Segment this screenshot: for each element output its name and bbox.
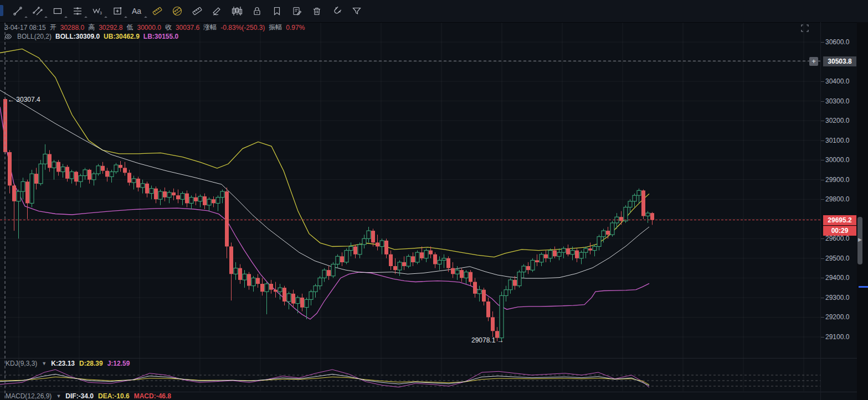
axis-tick-mark — [821, 258, 824, 259]
axis-tick-mark — [821, 180, 824, 180]
rectangle-tool[interactable] — [48, 2, 68, 20]
macd-dif-value: DIF:-34.0 — [65, 392, 94, 400]
macd-dea-value: DEA:-10.6 — [98, 392, 130, 400]
kdj-j-value: J:12.59 — [107, 360, 130, 367]
magnet-tool[interactable] — [327, 2, 347, 20]
elliott-wave-tool[interactable]: 3 — [88, 2, 107, 20]
brush-tool[interactable] — [207, 2, 227, 20]
bookmark-tool[interactable] — [267, 2, 287, 20]
kdj-indicator-name[interactable]: KDJ(9,3,3) — [6, 360, 37, 367]
delete-tool[interactable] — [307, 2, 327, 20]
boll-indicator-name[interactable]: BOLL(20,2) — [17, 33, 52, 40]
axis-tick-mark — [821, 42, 824, 43]
ohlc-field-label: 收 — [165, 23, 172, 32]
ohlc-field-label: 开 — [50, 23, 57, 32]
boll-ub-value: UB:30462.9 — [104, 33, 140, 40]
tool-dropdown-caret[interactable] — [64, 16, 68, 19]
svg-text:3: 3 — [100, 11, 102, 15]
indicator-visibility-icon[interactable] — [4, 33, 12, 40]
parallel-channel-tool[interactable] — [28, 2, 48, 20]
ruler-tool[interactable] — [187, 2, 207, 20]
axis-tick-mark — [821, 81, 824, 82]
filter-tool[interactable] — [347, 2, 367, 20]
crosshair-price-label: 30503.8 — [823, 56, 856, 66]
trading-chart-app: 3Aa 3-04-17 08:15开30288.0高30292.8低30000.… — [0, 0, 868, 400]
last-price-label: 29695.2 — [823, 215, 856, 225]
price-axis-separator — [820, 22, 821, 400]
kdj-k-value: K:23.13 — [51, 360, 75, 367]
low-annotation-29078: 29078.1 → — [471, 336, 504, 344]
ohlc-field-value: 3-04-17 08:15 — [4, 24, 46, 32]
maximize-pane-icon[interactable] — [800, 23, 810, 33]
active-tool-partial[interactable] — [0, 5, 3, 16]
ohlc-field-label: 高 — [88, 23, 95, 32]
axis-tick-mark — [821, 199, 824, 200]
axis-tick-mark — [821, 141, 824, 141]
tool-dropdown-caret[interactable] — [44, 16, 48, 19]
tool-dropdown-caret[interactable] — [124, 16, 127, 19]
axis-tick-mark — [821, 238, 824, 239]
kdj-dropdown-icon[interactable]: ▼ — [42, 361, 47, 366]
ohlc-field-value: 0.97% — [286, 24, 305, 32]
kdj-info-bar: KDJ(9,3,3) ▼ K:23.13 D:28.39 J:12.59 — [6, 360, 130, 367]
edit-list-tool[interactable] — [287, 2, 307, 20]
macd-macd-value: MACD:-46.8 — [134, 392, 171, 400]
measure-circle-tool[interactable] — [167, 2, 187, 20]
lock-tool[interactable] — [247, 2, 267, 20]
boll-mid-value: BOLL:30309.0 — [55, 33, 100, 40]
tool-dropdown-caret[interactable] — [104, 16, 107, 19]
fib-retracement-tool[interactable] — [68, 2, 88, 20]
right-edge-strip — [857, 22, 868, 400]
macd-dropdown-icon[interactable]: ▼ — [56, 393, 61, 399]
ohlc-field-value: 30000.0 — [137, 24, 161, 32]
tool-dropdown-caret[interactable] — [144, 16, 147, 19]
ohlc-field-label: 涨幅 — [203, 23, 217, 32]
axis-tick-mark — [821, 278, 824, 278]
trend-line-tool[interactable] — [8, 2, 28, 20]
ohlc-field-label: 振幅 — [269, 23, 282, 32]
ohlc-field-label: 低 — [127, 23, 133, 32]
axis-tick-mark — [821, 121, 824, 121]
ohlc-field-value: 30292.8 — [99, 24, 122, 32]
side-panel-expand-arrow[interactable]: ▶ — [858, 237, 862, 242]
axis-tick-mark — [821, 101, 824, 102]
candlestick-chart-canvas[interactable] — [0, 0, 868, 400]
ohlc-field-value: 30288.0 — [60, 24, 84, 32]
text-tool[interactable]: Aa — [127, 2, 147, 20]
axis-tick-mark — [821, 298, 824, 298]
tool-dropdown-caret[interactable] — [84, 16, 88, 19]
drawing-toolbar: 3Aa — [0, 0, 868, 23]
macd-indicator-name[interactable]: MACD(12,26,9) — [6, 392, 52, 400]
side-panel-accent-line — [859, 286, 868, 288]
axis-tick-mark — [821, 160, 824, 160]
measure-ruler-tool[interactable] — [147, 2, 167, 20]
bar-countdown-label: 00:29 — [823, 226, 856, 236]
kdj-d-value: D:28.39 — [79, 360, 103, 367]
ohlc-info-bar: 3-04-17 08:15开30288.0高30292.8低30000.0收30… — [4, 23, 305, 32]
pattern-tool[interactable] — [107, 2, 127, 20]
axis-tick-mark — [821, 337, 824, 337]
tool-dropdown-caret[interactable] — [24, 16, 28, 19]
macd-info-bar: MACD(12,26,9) ▼ DIF:-34.0 DEA:-10.6 MACD… — [6, 392, 171, 400]
candle-pattern-tool[interactable] — [227, 2, 247, 20]
add-alert-plus-button[interactable]: + — [809, 57, 818, 66]
ohlc-field-value: 30037.6 — [176, 24, 199, 32]
axis-tick-mark — [821, 317, 824, 318]
svg-text:Aa: Aa — [132, 7, 141, 15]
boll-lb-value: LB:30155.0 — [143, 33, 178, 40]
price-annotation-30307: ← 30307.4 — [8, 96, 40, 103]
ohlc-field-value: -0.83%(-250.3) — [220, 24, 265, 32]
boll-info-bar: BOLL(20,2) BOLL:30309.0 UB:30462.9 LB:30… — [4, 33, 178, 40]
